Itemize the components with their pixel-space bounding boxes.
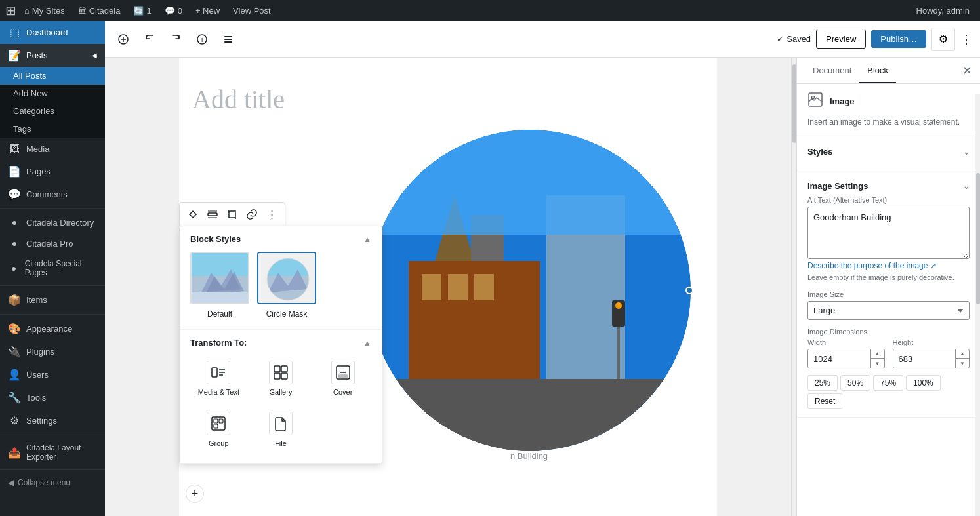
info-button[interactable]: i (192, 29, 213, 50)
sidebar-item-label: Users (26, 370, 49, 380)
more-block-options[interactable]: ⋮ (262, 205, 281, 224)
sidebar-item-citadela-pro[interactable]: ● Citadela Pro (0, 233, 105, 254)
canvas-scrollbar[interactable] (791, 58, 796, 516)
block-toolbar: ⋮ (179, 202, 285, 227)
transform-group[interactable]: Group (190, 407, 247, 452)
height-down[interactable]: ▼ (956, 359, 969, 368)
percent-50-button[interactable]: 50% (840, 375, 870, 391)
add-title[interactable]: Add title (192, 84, 704, 115)
transform-media-text[interactable]: Media & Text (190, 355, 247, 401)
percent-75-button[interactable]: 75% (873, 375, 903, 391)
styles-section-header[interactable]: Styles ⌄ (807, 144, 970, 162)
sidebar-item-users[interactable]: 👤 Users (0, 363, 105, 386)
sidebar-item-pages[interactable]: 📄 Pages (0, 160, 105, 183)
list-view-button[interactable] (218, 29, 239, 50)
image-settings-header[interactable]: Image Settings ⌄ (807, 178, 970, 196)
block-info-header: Image (807, 92, 970, 111)
alt-text-helper: Leave empty if the image is purely decor… (807, 273, 970, 283)
reset-dimensions-button[interactable]: Reset (807, 393, 842, 409)
canvas-scroll-thumb[interactable] (792, 64, 796, 143)
svg-rect-30 (281, 366, 287, 372)
redo-button[interactable] (165, 29, 186, 50)
image-caption[interactable]: n Building (510, 451, 548, 461)
align-button[interactable] (203, 205, 222, 224)
more-options-button[interactable]: ⋮ (960, 32, 972, 47)
style-option-default[interactable]: Default (190, 252, 249, 319)
alt-text-input[interactable]: Gooderham Building (807, 207, 970, 259)
right-sidebar-scrollbar[interactable] (975, 94, 980, 516)
width-up[interactable]: ▲ (871, 349, 884, 359)
sidebar-item-plugins[interactable]: 🔌 Plugins (0, 340, 105, 363)
right-sidebar-scroll-thumb[interactable] (976, 173, 980, 304)
my-sites-link[interactable]: ⌂ My Sites (19, 6, 70, 16)
width-down[interactable]: ▼ (871, 359, 884, 368)
sidebar-item-comments[interactable]: 💬 Comments (0, 183, 105, 206)
transform-cover[interactable]: Cover (314, 355, 371, 401)
crop-button[interactable] (223, 205, 241, 224)
close-sidebar-button[interactable]: ✕ (962, 58, 972, 83)
updates-link[interactable]: 🔄 1 (128, 6, 156, 16)
percent-100-button[interactable]: 100% (906, 375, 941, 391)
svg-rect-6 (224, 39, 232, 40)
link-button[interactable] (243, 205, 261, 224)
tab-block[interactable]: Block (859, 58, 896, 83)
sidebar-item-citadela-layout[interactable]: 📤 Citadela Layout Exporter (0, 438, 105, 467)
comments-icon: 💬 (165, 6, 175, 16)
sidebar-sub-all-posts[interactable]: All Posts (0, 67, 105, 85)
canvas-scroll[interactable]: Add title (105, 58, 791, 516)
image-block[interactable] (369, 130, 691, 451)
tab-document[interactable]: Document (805, 58, 859, 83)
width-input[interactable] (808, 349, 870, 368)
sidebar-item-citadela-special[interactable]: ● Citadela Special Pages (0, 254, 105, 283)
sidebar-item-appearance[interactable]: 🎨 Appearance (0, 317, 105, 340)
block-styles-header[interactable]: Block Styles ▲ (190, 234, 371, 244)
file-icon (269, 412, 293, 435)
transform-header[interactable]: Transform To: ▲ (190, 338, 371, 347)
sidebar-item-label: Comments (26, 189, 68, 199)
undo-button[interactable] (139, 29, 160, 50)
style-option-circle-mask[interactable]: Circle Mask (257, 252, 316, 319)
resize-handle[interactable] (685, 287, 693, 294)
image-settings-chevron: ⌄ (963, 182, 970, 191)
citadela-link[interactable]: 🏛 Citadela (73, 6, 126, 16)
collapse-menu[interactable]: ◀ Collapse menu (0, 473, 105, 492)
add-block-below-button[interactable]: + (186, 485, 204, 503)
transform-section: Transform To: ▲ Media & Text (180, 330, 382, 464)
transform-file[interactable]: File (253, 407, 310, 452)
sidebar-item-items[interactable]: 📦 Items (0, 288, 105, 311)
new-link[interactable]: + New (190, 6, 225, 16)
image-size-select[interactable]: Thumbnail Medium Large Full Size (807, 301, 970, 320)
sidebar-sub-add-new[interactable]: Add New (0, 85, 105, 102)
sidebar-sub-categories[interactable]: Categories (0, 102, 105, 120)
sidebar-item-citadela-directory[interactable]: ● Citadela Directory (0, 212, 105, 233)
transform-gallery[interactable]: Gallery (253, 355, 310, 401)
height-up[interactable]: ▲ (956, 349, 969, 359)
sidebar-item-media[interactable]: 🖼 Media (0, 138, 105, 160)
group-icon (207, 412, 230, 435)
sidebar-item-tools[interactable]: 🔧 Tools (0, 386, 105, 409)
preview-button[interactable]: Preview (816, 30, 866, 49)
sidebar-item-dashboard[interactable]: ⬚ Dashboard (0, 21, 105, 44)
sidebar-item-posts[interactable]: 📝 Posts ◀ (0, 44, 105, 67)
saved-indicator: ✓ Saved (777, 34, 811, 44)
right-sidebar-content: Image Insert an image to make a visual s… (797, 84, 980, 516)
view-post-link[interactable]: View Post (228, 6, 276, 16)
height-field: Height ▲ ▼ (893, 338, 970, 368)
transform-block-button[interactable] (184, 205, 202, 224)
add-block-below[interactable]: + (186, 474, 204, 503)
height-label: Height (893, 338, 970, 346)
settings-panel-button[interactable]: ⚙ (931, 28, 955, 51)
add-block-button[interactable] (113, 29, 134, 50)
describe-purpose-link[interactable]: Describe the purpose of the image ↗ (807, 261, 970, 270)
default-style-thumb (190, 252, 249, 304)
svg-rect-11 (229, 211, 235, 218)
sidebar-item-settings[interactable]: ⚙ Settings (0, 409, 105, 432)
admin-bar: ⊞ ⌂ My Sites 🏛 Citadela 🔄 1 💬 0 + New Vi… (0, 0, 980, 21)
sidebar-item-label: Citadela Directory (26, 218, 94, 228)
height-input[interactable] (893, 349, 956, 368)
sidebar-sub-tags[interactable]: Tags (0, 120, 105, 138)
wordpress-logo[interactable]: ⊞ (5, 3, 16, 18)
comments-link[interactable]: 💬 0 (159, 6, 188, 16)
publish-button[interactable]: Publish… (871, 30, 926, 48)
percent-25-button[interactable]: 25% (807, 375, 838, 391)
